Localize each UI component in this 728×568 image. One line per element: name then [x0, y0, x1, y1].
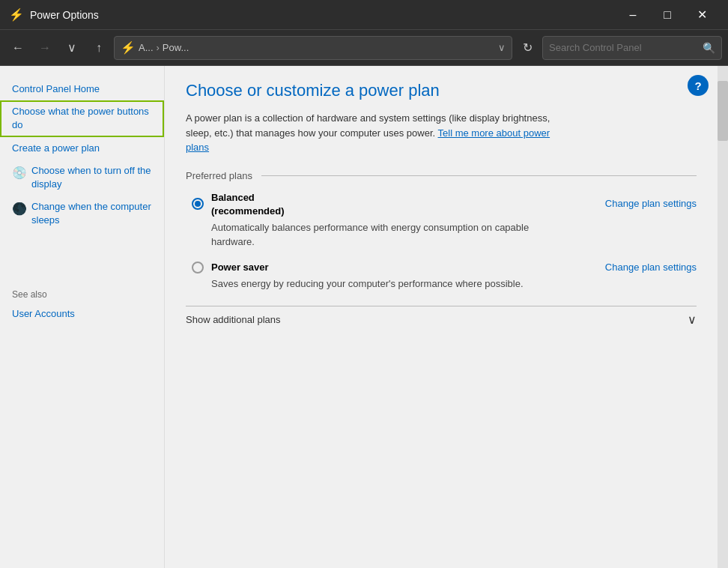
plan-balanced-change-link[interactable]: Change plan settings: [605, 198, 697, 209]
plan-power-saver-desc: Saves energy by reducing your computer's…: [192, 277, 551, 291]
forward-button[interactable]: →: [33, 36, 57, 60]
plan-power-saver: Power saver Change plan settings Saves e…: [186, 262, 697, 291]
plan-balanced-name: Balanced (recommended): [211, 190, 285, 217]
show-plans-label: Show additional plans: [186, 314, 688, 325]
chevron-down-icon: ∨: [688, 312, 697, 327]
sidebar-home-label: Control Panel Home: [12, 82, 100, 96]
sidebar-item-turn-off-display[interactable]: 💿 Choose when to turn off the display: [0, 160, 164, 196]
addr-icon: ⚡: [121, 40, 136, 55]
addr-part1: A...: [139, 42, 154, 53]
addr-part2: Pow...: [163, 42, 189, 53]
search-icon: 🔍: [703, 42, 715, 54]
preferred-plans-divider: Preferred plans: [186, 170, 697, 181]
scrollbar-track[interactable]: [718, 66, 728, 568]
title-bar: ⚡ Power Options – □ ✕: [0, 0, 728, 30]
plan-balanced-desc: Automatically balances performance with …: [192, 220, 551, 250]
user-accounts-label: User Accounts: [12, 307, 75, 321]
address-box[interactable]: ⚡ A... › Pow... ∨: [114, 36, 512, 60]
search-input[interactable]: [549, 42, 703, 53]
display-icon: 💿: [12, 165, 27, 181]
divider-line: [261, 175, 697, 176]
minimize-button[interactable]: –: [616, 0, 650, 30]
sleep-icon: 🌑: [12, 201, 27, 217]
address-content: ⚡ A... › Pow...: [121, 40, 489, 55]
plan-power-saver-change-link[interactable]: Change plan settings: [605, 262, 697, 273]
sidebar: Control Panel Home Choose what the power…: [0, 66, 165, 568]
main-area: Control Panel Home Choose what the power…: [0, 66, 728, 568]
plan-balanced-header: Balanced (recommended) Change plan setti…: [192, 190, 697, 217]
search-box[interactable]: 🔍: [542, 36, 722, 60]
window-title: Power Options: [30, 9, 616, 21]
plan-power-saver-name-text: Power saver: [211, 262, 269, 273]
see-also-label: See also: [0, 277, 164, 303]
sidebar-create-plan-label: Create a power plan: [12, 142, 100, 155]
preferred-plans-label: Preferred plans: [186, 170, 252, 181]
back-button[interactable]: ←: [6, 36, 30, 60]
up-button[interactable]: ↑: [87, 36, 111, 60]
content-area: ? Choose or customize a power plan A pow…: [165, 66, 718, 568]
plan-power-saver-header: Power saver Change plan settings: [192, 262, 697, 274]
sidebar-item-power-buttons[interactable]: Choose what the power buttons do: [0, 100, 164, 136]
sidebar-item-create-plan[interactable]: Create a power plan: [0, 137, 164, 160]
scrollbar-thumb[interactable]: [718, 81, 728, 141]
sidebar-power-buttons-label: Choose what the power buttons do: [12, 105, 152, 132]
address-bar: ← → ∨ ↑ ⚡ A... › Pow... ∨ ↻ 🔍: [0, 30, 728, 66]
maximize-button[interactable]: □: [650, 0, 685, 30]
refresh-button[interactable]: ↻: [515, 36, 539, 60]
content-description: A power plan is a collection of hardware…: [186, 111, 575, 155]
addr-dropdown-icon[interactable]: ∨: [498, 42, 506, 53]
close-button[interactable]: ✕: [685, 0, 719, 30]
sidebar-item-user-accounts[interactable]: User Accounts: [0, 303, 164, 325]
plan-balanced-sub: (recommended): [211, 205, 285, 217]
plan-balanced-label[interactable]: Balanced (recommended): [192, 190, 285, 217]
plan-balanced-radio[interactable]: [192, 198, 204, 210]
sidebar-turn-off-label: Choose when to turn off the display: [31, 164, 152, 191]
plan-balanced: Balanced (recommended) Change plan setti…: [186, 190, 697, 250]
plan-power-saver-label[interactable]: Power saver: [192, 262, 269, 274]
sidebar-item-home[interactable]: Control Panel Home: [0, 78, 164, 100]
page-title: Choose or customize a power plan: [186, 81, 697, 100]
plan-balanced-name-text: Balanced: [211, 192, 255, 203]
sidebar-change-sleep-label: Change when the computer sleeps: [31, 200, 152, 227]
show-additional-plans[interactable]: Show additional plans ∨: [186, 306, 697, 333]
window-controls: – □ ✕: [616, 0, 719, 30]
app-icon: ⚡: [9, 7, 24, 22]
addr-sep: ›: [157, 42, 160, 53]
plan-power-saver-radio[interactable]: [192, 262, 204, 274]
help-button[interactable]: ?: [688, 75, 709, 96]
sidebar-item-change-sleep[interactable]: 🌑 Change when the computer sleeps: [0, 196, 164, 232]
recent-button[interactable]: ∨: [60, 36, 84, 60]
